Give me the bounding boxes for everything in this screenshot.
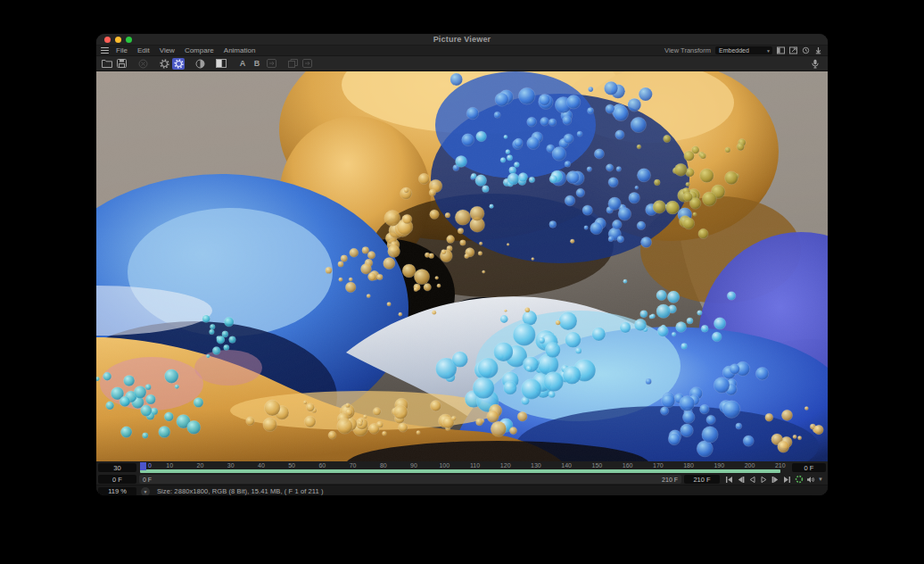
- panel-toggle-icon[interactable]: [777, 46, 785, 54]
- set-a-button[interactable]: A: [240, 59, 246, 68]
- menu-compare[interactable]: Compare: [185, 46, 214, 54]
- render-history-icon[interactable]: [802, 46, 810, 54]
- ruler-tick-label: 70: [350, 462, 357, 469]
- frame-ruler[interactable]: 0 10203040506070809010011012013014015016…: [139, 461, 789, 474]
- popout-window-icon[interactable]: [789, 46, 797, 54]
- menu-animation[interactable]: Animation: [224, 46, 256, 54]
- ruler-tick-label: 20: [197, 462, 204, 469]
- playhead[interactable]: [140, 462, 146, 470]
- ruler-tick-label: 100: [439, 462, 450, 469]
- chevron-down-icon: ▼: [766, 48, 771, 54]
- preview-range-bar[interactable]: [140, 469, 780, 473]
- ruler-tick-label: 120: [500, 462, 511, 469]
- ruler-tick-label: 210: [775, 462, 786, 469]
- range-start-field[interactable]: 0 F: [98, 475, 136, 484]
- set-b-button[interactable]: B: [254, 59, 260, 68]
- ruler-tick-label: 80: [380, 462, 387, 469]
- loop-playback-button[interactable]: [794, 475, 804, 484]
- paste-image-button: [301, 58, 313, 70]
- playhead-frame-label: 0: [148, 462, 152, 469]
- swap-ab-button: [265, 58, 277, 70]
- stop-render-button: [136, 58, 149, 70]
- range-slider-start-label: 0 F: [143, 477, 152, 483]
- copy-image-button: [286, 58, 299, 70]
- range-end-field[interactable]: 210 F: [684, 475, 720, 484]
- preview-range-slider[interactable]: 0 F 210 F: [139, 475, 681, 484]
- sound-record-icon[interactable]: [809, 58, 821, 70]
- menu-file[interactable]: File: [116, 46, 128, 54]
- zoom-window-button[interactable]: [126, 37, 132, 43]
- title-bar[interactable]: Picture Viewer: [96, 34, 828, 46]
- ruler-tick-label: 30: [227, 462, 235, 469]
- current-frame-field[interactable]: 0 F: [792, 463, 826, 472]
- menu-bar: File Edit View Compare Animation View Tr…: [96, 46, 828, 56]
- display-settings-button[interactable]: [172, 58, 185, 70]
- ruler-tick-label: 90: [410, 462, 417, 469]
- play-forward-button[interactable]: [759, 475, 769, 484]
- goto-start-button[interactable]: [724, 475, 734, 484]
- view-transform-label: View Transform: [664, 46, 711, 54]
- rendered-image: [96, 71, 828, 461]
- ruler-tick-label: 130: [531, 462, 541, 469]
- play-backward-button[interactable]: [747, 475, 757, 484]
- ab-compare-button[interactable]: [215, 58, 227, 70]
- picture-viewer-window: Picture Viewer File Edit View Compare An…: [96, 34, 828, 495]
- ruler-tick-label: 10: [166, 462, 173, 469]
- previous-frame-button[interactable]: [736, 475, 746, 484]
- ruler-tick-label: 160: [623, 462, 633, 469]
- sound-toggle-button[interactable]: [805, 475, 815, 484]
- minimize-window-button[interactable]: [115, 37, 121, 43]
- window-title: Picture Viewer: [433, 35, 491, 44]
- range-slider-end-label: 210 F: [662, 477, 678, 483]
- save-image-button[interactable]: [115, 58, 128, 70]
- ruler-tick-label: 50: [288, 462, 295, 469]
- desktop: Picture Viewer File Edit View Compare An…: [0, 0, 924, 564]
- ruler-tick-label: 180: [683, 462, 694, 469]
- ruler-tick-label: 190: [714, 462, 724, 469]
- ruler-tick-label: 140: [561, 462, 572, 469]
- playback-options-caret[interactable]: ▼: [817, 477, 824, 482]
- goto-end-button[interactable]: [782, 475, 792, 484]
- image-canvas[interactable]: [96, 71, 828, 461]
- pin-viewer-icon[interactable]: [814, 46, 822, 54]
- render-settings-button[interactable]: [158, 58, 170, 70]
- image-info-text: Size: 2880x1800, RGB (8 Bit), 15.41 MB, …: [157, 487, 324, 495]
- open-file-button[interactable]: [101, 58, 113, 70]
- view-transform-value: Embedded: [719, 47, 749, 54]
- timeline-panel: 30 0 10203040506070809010011012013014015…: [96, 461, 828, 495]
- view-transform-dropdown[interactable]: Embedded ▼: [715, 46, 772, 54]
- traffic-lights: [104, 37, 132, 43]
- ruler-tick-label: 110: [470, 462, 480, 469]
- filter-contrast-button[interactable]: [194, 58, 206, 70]
- ruler-tick-label: 150: [592, 462, 603, 469]
- next-frame-button[interactable]: [771, 475, 780, 484]
- framerate-field[interactable]: 30: [98, 463, 136, 472]
- toolbar: A B: [96, 56, 828, 71]
- menu-view[interactable]: View: [160, 46, 175, 54]
- zoom-dropdown-button[interactable]: ▼: [141, 487, 150, 496]
- ruler-tick-label: 60: [318, 462, 326, 469]
- menu-edit[interactable]: Edit: [137, 46, 150, 54]
- hamburger-menu-icon[interactable]: [101, 47, 109, 54]
- close-window-button[interactable]: [104, 37, 111, 43]
- ruler-tick-label: 170: [653, 462, 664, 469]
- ruler-tick-label: 200: [745, 462, 755, 469]
- ruler-tick-label: 40: [258, 462, 265, 469]
- zoom-level-field[interactable]: 119 %: [98, 487, 136, 496]
- transport-controls: ▼: [722, 475, 826, 484]
